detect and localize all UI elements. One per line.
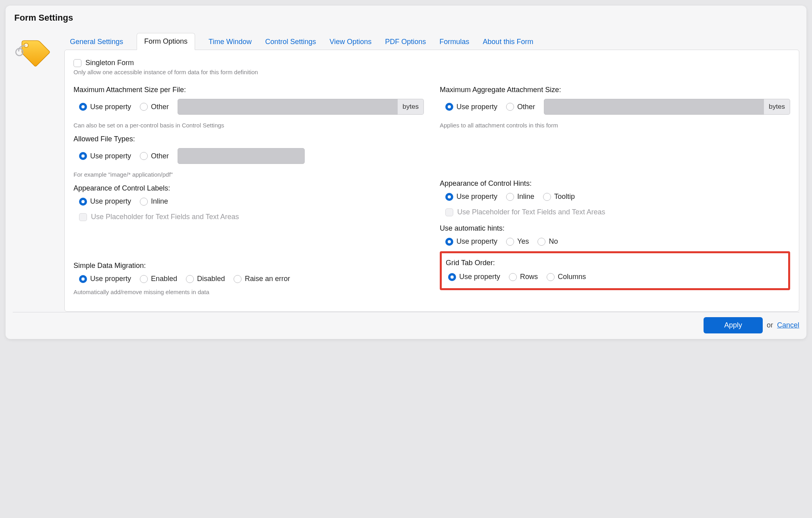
cancel-link[interactable]: Cancel — [777, 321, 799, 329]
control-hints-label: Appearance of Control Hints: — [440, 179, 790, 188]
tab-about-this-form[interactable]: About this Form — [483, 34, 533, 50]
grid-tab-order-rows[interactable]: Rows — [509, 273, 538, 281]
grid-tab-order-columns[interactable]: Columns — [547, 273, 586, 281]
tab-view-options[interactable]: View Options — [330, 34, 372, 50]
apply-button[interactable]: Apply — [704, 317, 763, 333]
sdm-disabled[interactable]: Disabled — [186, 275, 225, 283]
tab-control-settings[interactable]: Control Settings — [265, 34, 316, 50]
allowed-file-types-hint: For example "image/* application/pdf" — [73, 171, 424, 178]
max-attach-aggregate-input[interactable] — [544, 99, 766, 115]
tab-general-settings[interactable]: General Settings — [70, 34, 123, 50]
max-attach-per-file-hint: Can also be set on a per-control basis i… — [73, 122, 424, 129]
max-attach-aggregate-hint: Applies to all attachment controls in th… — [440, 122, 790, 129]
control-hints-tooltip[interactable]: Tooltip — [543, 193, 575, 201]
control-labels-placeholder-label: Use Placeholder for Text Fields and Text… — [91, 213, 239, 221]
auto-hints-use-property[interactable]: Use property — [445, 237, 497, 246]
tab-form-options[interactable]: Form Options — [137, 33, 195, 50]
max-attach-aggregate-label: Maximum Aggregate Attachment Size: — [440, 86, 790, 94]
grid-tab-order-use-property[interactable]: Use property — [448, 273, 500, 281]
control-hints-placeholder-checkbox — [445, 208, 453, 216]
simple-data-migration-label: Simple Data Migration: — [73, 262, 424, 270]
max-attach-aggregate-use-property[interactable]: Use property — [445, 103, 497, 111]
max-attach-per-file-use-property[interactable]: Use property — [79, 103, 131, 111]
dialog-footer: Apply or Cancel — [13, 312, 799, 333]
sdm-enabled[interactable]: Enabled — [140, 275, 177, 283]
grid-tab-order-label: Grid Tab Order: — [446, 259, 782, 267]
auto-hints-no[interactable]: No — [537, 237, 558, 246]
max-attach-aggregate-unit: bytes — [764, 99, 790, 115]
control-hints-inline[interactable]: Inline — [506, 193, 534, 201]
control-labels-inline[interactable]: Inline — [140, 197, 168, 206]
control-hints-placeholder-label: Use Placeholder for Text Fields and Text… — [457, 208, 605, 216]
grid-tab-order-highlight: Grid Tab Order: Use property Rows — [440, 251, 790, 290]
tab-formulas[interactable]: Formulas — [439, 34, 469, 50]
max-attach-aggregate-other[interactable]: Other — [506, 103, 535, 111]
max-attach-per-file-unit: bytes — [398, 99, 424, 115]
tab-pdf-options[interactable]: PDF Options — [385, 34, 426, 50]
max-attach-per-file-label: Maximum Attachment Size per File: — [73, 86, 424, 94]
control-labels-use-property[interactable]: Use property — [79, 197, 131, 206]
sdm-raise-error[interactable]: Raise an error — [234, 275, 290, 283]
control-hints-use-property[interactable]: Use property — [445, 193, 497, 201]
dialog-icon-area — [13, 30, 60, 312]
tab-pane-form-options: Singleton Form Only allow one accessible… — [64, 50, 799, 312]
sdm-hint: Automatically add/remove missing element… — [73, 289, 424, 295]
form-settings-dialog: Form Settings General Settings Form Opti… — [6, 6, 806, 339]
control-labels-label: Appearance of Control Labels: — [73, 184, 424, 193]
sdm-use-property[interactable]: Use property — [79, 275, 131, 283]
singleton-label: Singleton Form — [85, 59, 134, 67]
control-labels-placeholder-checkbox — [79, 213, 87, 221]
allowed-file-types-input[interactable] — [178, 148, 305, 164]
allowed-file-types-label: Allowed File Types: — [73, 135, 424, 143]
auto-hints-yes[interactable]: Yes — [506, 237, 529, 246]
singleton-checkbox[interactable] — [73, 59, 81, 67]
or-text: or — [767, 321, 773, 329]
allowed-file-types-other[interactable]: Other — [140, 152, 169, 160]
tab-time-window[interactable]: Time Window — [209, 34, 251, 50]
dialog-title: Form Settings — [13, 13, 799, 23]
auto-hints-label: Use automatic hints: — [440, 224, 790, 233]
max-attach-per-file-input[interactable] — [178, 99, 400, 115]
allowed-file-types-use-property[interactable]: Use property — [79, 152, 131, 160]
max-attach-per-file-other[interactable]: Other — [140, 103, 169, 111]
tag-icon — [15, 35, 51, 71]
singleton-hint: Only allow one accessible instance of fo… — [73, 69, 790, 75]
tab-nav: General Settings Form Options Time Windo… — [64, 30, 799, 50]
